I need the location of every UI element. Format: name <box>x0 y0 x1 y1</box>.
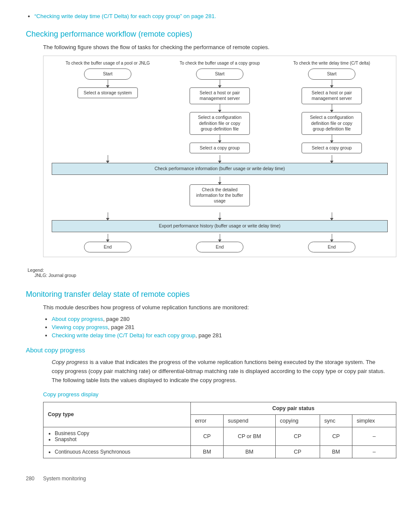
table-header-row1: Copy type Copy pair status <box>44 402 396 414</box>
copy-type-snapshot: Snapshot <box>55 436 186 442</box>
flow-arrow-end2 <box>220 234 220 242</box>
bullet-checking-suffix: , page 281 <box>196 332 222 339</box>
flowchart-legend: Legend: JNLG: Journal group <box>26 268 385 278</box>
table-row-2: Continuous Access Synchronous BM BM CP B… <box>44 445 396 458</box>
copy-type-cas: Continuous Access Synchronous <box>55 449 186 455</box>
link-checking-write[interactable]: Checking write delay time (C/T Delta) fo… <box>52 332 196 339</box>
td-suspend-2: BM <box>224 445 276 458</box>
section2-intro: This module describes how progress of vo… <box>26 304 385 311</box>
v-line-2 <box>220 155 220 163</box>
bullet-viewing-suffix: , page 281 <box>108 324 134 330</box>
th-copy-pair-status: Copy pair status <box>190 402 396 414</box>
flow-box-end-1: End <box>84 242 131 253</box>
td-copying-1: CP <box>275 427 320 445</box>
v-line-4 <box>108 212 108 220</box>
intro-link[interactable]: “Checking write delay time (C/T Delta) f… <box>34 13 216 19</box>
td-sync-1: CP <box>320 427 352 445</box>
v-line-6 <box>332 212 332 220</box>
flow-arrow-3c <box>332 135 332 143</box>
th-copying: copying <box>275 414 320 427</box>
link-viewing-copy[interactable]: Viewing copy progress <box>52 324 108 330</box>
copy-progress-table: Copy type Copy pair status error suspend… <box>43 402 396 458</box>
intro-bullet-item: “Checking write delay time (C/T Delta) f… <box>34 13 385 19</box>
flow-box-copygroup-3: Select a copy group <box>302 143 362 154</box>
th-error: error <box>190 414 223 427</box>
td-simplex-2: – <box>352 445 396 458</box>
flowchart-start-row: Start Select a storage system Start Sele… <box>52 68 388 153</box>
footer-page-number: 280 <box>26 476 34 482</box>
v-line-3 <box>332 155 332 163</box>
copy-type-business: Business Copy <box>55 430 186 436</box>
flowchart-wrapper: To check the buffer usage of a pool or J… <box>52 60 388 252</box>
th-simplex: simplex <box>352 414 396 427</box>
section3-title: About copy progress <box>26 346 385 354</box>
flowchart-col2: Start Select a host or pair management s… <box>164 68 276 153</box>
th-copy-type: Copy type <box>44 402 191 427</box>
copy-progress-term: Copy progress <box>52 359 88 365</box>
v-line-1 <box>108 155 108 163</box>
section2-bullet-list: About copy progress, page 280 Viewing co… <box>26 316 385 339</box>
bullet-viewing-copy: Viewing copy progress, page 281 <box>52 324 385 330</box>
flow-arrow-end3 <box>332 234 332 242</box>
section3-body: Copy progress is a value that indicates … <box>26 358 385 385</box>
flowchart-end-col2: End <box>164 234 276 253</box>
bullet-about-copy: About copy progress, page 280 <box>52 316 385 322</box>
flow-box-config-2: Select a configuration definition file o… <box>190 112 250 135</box>
flow-box-start-1: Start <box>84 68 131 80</box>
flow-box-end-2: End <box>196 242 243 253</box>
flow-arrow-sub <box>220 177 220 184</box>
th-sync: sync <box>320 414 352 427</box>
section2-title: Monitoring transfer delay state of remot… <box>26 290 385 299</box>
page-footer: 280 System monitoring <box>26 476 385 482</box>
flow-box-host-2: Select a host or pair management server <box>190 87 250 104</box>
td-error-1: CP <box>190 427 223 445</box>
col3-header: To check the write delay time (C/T delta… <box>276 60 388 68</box>
flow-arrow-2c <box>220 135 220 143</box>
bullet-checking-write: Checking write delay time (C/T Delta) fo… <box>52 332 385 339</box>
flow-wide-performance: Check performance information (buffer us… <box>52 163 388 175</box>
flow-arrow-end1 <box>108 234 108 242</box>
flow-arrow-1a <box>108 80 108 87</box>
flowchart-col3: Start Select a host or pair management s… <box>276 68 388 153</box>
td-copy-type-1: Business Copy Snapshot <box>44 427 191 445</box>
flow-arrow-3a <box>332 80 332 87</box>
flowchart-end-col3: End <box>276 234 388 253</box>
flow-box-host-3: Select a host or pair management server <box>302 87 362 104</box>
bullet-about-suffix: , page 280 <box>103 316 129 322</box>
v-line-5 <box>220 212 220 220</box>
flow-box-start-2: Start <box>196 68 243 80</box>
flowchart-end-row: End End End <box>52 234 388 253</box>
legend-title: Legend: <box>28 268 385 273</box>
subsection-copy-progress-display: Copy progress display <box>26 391 385 398</box>
flow-arrow-2b <box>220 104 220 112</box>
col2-header: To check the buffer usage of a copy grou… <box>164 60 276 68</box>
flow-box-start-3: Start <box>308 68 355 80</box>
legend-item-jnlg: JNLG: Journal group <box>28 273 385 278</box>
flowchart-sub-row: Check the detailed information for the b… <box>52 177 388 211</box>
flowchart-end-col1: End <box>52 234 164 253</box>
link-about-copy[interactable]: About copy progress <box>52 316 103 322</box>
flow-box-storage: Select a storage system <box>78 87 138 99</box>
footer-text: System monitoring <box>43 476 86 482</box>
flow-box-config-3: Select a configuration definition file o… <box>302 112 362 135</box>
col1-header: To check the buffer usage of a pool or J… <box>52 60 164 68</box>
flow-box-copygroup-2: Select a copy group <box>190 143 250 154</box>
td-simplex-1: – <box>352 427 396 445</box>
flow-arrow-2a <box>220 80 220 87</box>
flowchart-col1: Start Select a storage system <box>52 68 164 98</box>
intro-bullets: “Checking write delay time (C/T Delta) f… <box>26 13 385 19</box>
th-suspend: suspend <box>224 414 276 427</box>
copy-progress-table-container: Copy type Copy pair status error suspend… <box>43 402 396 458</box>
flowchart-col-headers: To check the buffer usage of a pool or J… <box>52 60 388 68</box>
td-error-2: BM <box>190 445 223 458</box>
flow-wide-export: Export performance history (buffer usage… <box>52 220 388 232</box>
section1-title: Checking performance workflow (remote co… <box>26 30 385 39</box>
td-copy-type-2: Continuous Access Synchronous <box>44 445 191 458</box>
flow-box-end-3: End <box>308 242 355 253</box>
td-copying-2: CP <box>275 445 320 458</box>
flow-box-detail: Check the detailed information for the b… <box>190 184 250 206</box>
flow-arrow-3b <box>332 104 332 112</box>
td-sync-2: BM <box>320 445 352 458</box>
section1-description: The following figure shows the flow of t… <box>26 44 385 50</box>
flowchart-wide-row2: Export performance history (buffer usage… <box>52 212 388 232</box>
